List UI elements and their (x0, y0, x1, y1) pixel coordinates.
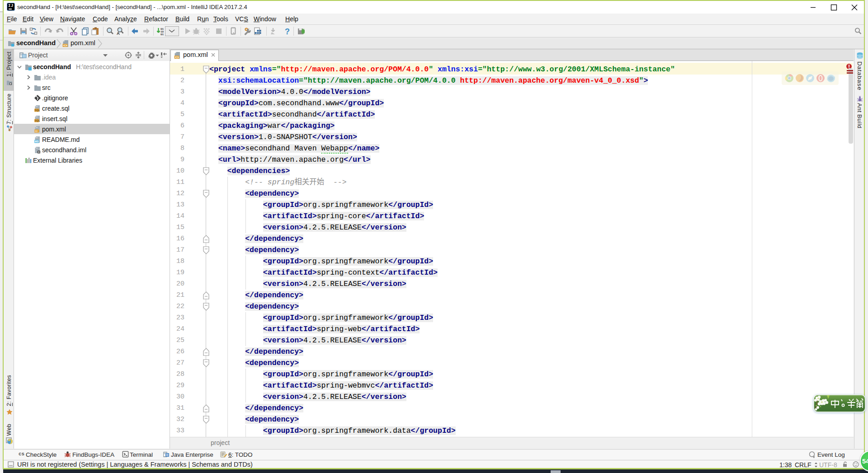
svg-text:<>: <> (175, 56, 179, 59)
svg-text:A: A (117, 31, 120, 36)
svg-text:MD: MD (35, 140, 39, 143)
svg-text:?: ? (285, 27, 290, 36)
svg-text:SQL: SQL (35, 109, 40, 112)
svg-text:<>: <> (63, 44, 68, 47)
svg-text:<>: <> (35, 130, 38, 132)
svg-text:SQL: SQL (35, 119, 40, 122)
svg-text:01: 01 (160, 33, 164, 36)
